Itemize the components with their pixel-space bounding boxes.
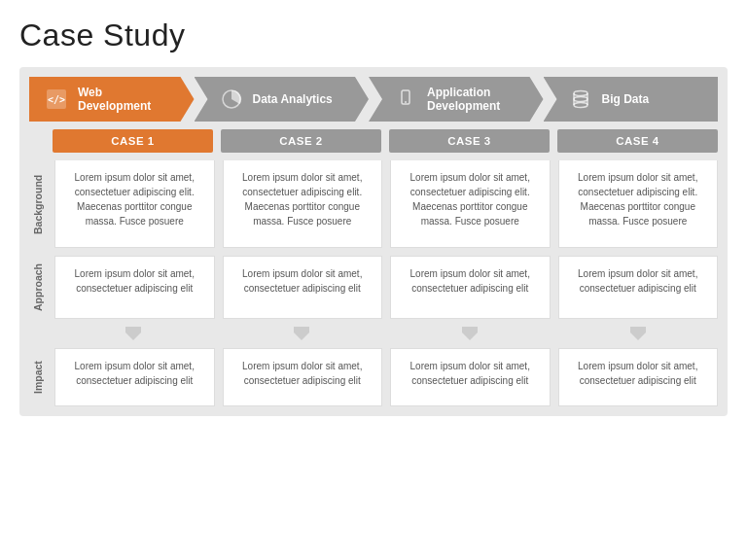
approach-label: Approach [29, 256, 47, 319]
background-card-4: Lorem ipsum dolor sit amet, consectetuer… [558, 160, 719, 248]
svg-point-6 [574, 97, 587, 102]
page-title: Case Study [19, 18, 728, 53]
nav-item-big-data[interactable]: Big Data [544, 77, 719, 122]
impact-cards: Lorem ipsum dolor sit amet, consectetuer… [54, 348, 718, 406]
main-container: </> Web Development Data Analytics [19, 67, 728, 416]
nav-label-web-dev: Web Development [78, 86, 151, 114]
background-cards: Lorem ipsum dolor sit amet, consectetuer… [54, 160, 718, 248]
page: Case Study </> Web Development [0, 0, 747, 560]
svg-marker-10 [462, 327, 478, 340]
approach-section: Approach Lorem ipsum dolor sit amet, con… [29, 256, 718, 319]
approach-card-1: Lorem ipsum dolor sit amet, consectetuer… [54, 256, 215, 319]
case1-header: CASE 1 [53, 129, 213, 153]
impact-card-2: Lorem ipsum dolor sit amet, consectetuer… [223, 348, 383, 406]
case2-header: CASE 2 [221, 129, 381, 153]
svg-point-4 [405, 101, 407, 103]
nav-item-web-dev[interactable]: </> Web Development [29, 77, 195, 122]
svg-point-5 [574, 91, 587, 96]
impact-card-4: Lorem ipsum dolor sit amet, consectetuer… [558, 348, 719, 406]
arrow-divider-2 [221, 327, 381, 340]
impact-card-1: Lorem ipsum dolor sit amet, consectetuer… [54, 348, 215, 406]
arrow-divider-3 [389, 327, 550, 340]
impact-section: Impact Lorem ipsum dolor sit amet, conse… [29, 348, 718, 406]
nav-item-data-analytics[interactable]: Data Analytics [195, 77, 370, 122]
svg-marker-8 [125, 327, 141, 340]
pie-icon [218, 86, 245, 113]
svg-marker-11 [630, 327, 646, 340]
case3-header: CASE 3 [389, 129, 550, 153]
background-card-1: Lorem ipsum dolor sit amet, consectetuer… [54, 160, 215, 248]
approach-cards: Lorem ipsum dolor sit amet, consectetuer… [54, 256, 718, 319]
phone-icon [392, 86, 419, 113]
svg-text:</>: </> [48, 94, 65, 105]
arrow-divider-4 [557, 327, 718, 340]
nav-item-app-dev[interactable]: Application Development [369, 77, 544, 122]
nav-label-big-data: Big Data [602, 92, 650, 106]
svg-point-7 [574, 103, 587, 108]
nav-label-data-analytics: Data Analytics [253, 92, 333, 106]
background-label: Background [29, 160, 47, 248]
code-icon: </> [43, 86, 70, 113]
arrow-divider-1 [53, 327, 213, 340]
background-section: Background Lorem ipsum dolor sit amet, c… [29, 160, 718, 248]
approach-card-2: Lorem ipsum dolor sit amet, consectetuer… [223, 256, 383, 319]
approach-card-4: Lorem ipsum dolor sit amet, consectetuer… [558, 256, 719, 319]
approach-card-3: Lorem ipsum dolor sit amet, consectetuer… [390, 256, 551, 319]
arrow-divider-row [29, 327, 718, 340]
impact-card-3: Lorem ipsum dolor sit amet, consectetuer… [390, 348, 551, 406]
impact-label: Impact [29, 348, 47, 406]
svg-marker-9 [294, 327, 309, 340]
arrow-nav: </> Web Development Data Analytics [29, 77, 718, 122]
cases-header-row: CASE 1 CASE 2 CASE 3 CASE 4 [29, 129, 718, 153]
nav-label-app-dev: Application Development [427, 86, 500, 114]
background-card-2: Lorem ipsum dolor sit amet, consectetuer… [223, 160, 383, 248]
case4-header: CASE 4 [557, 129, 718, 153]
database-icon [567, 86, 594, 113]
background-card-3: Lorem ipsum dolor sit amet, consectetuer… [390, 160, 551, 248]
